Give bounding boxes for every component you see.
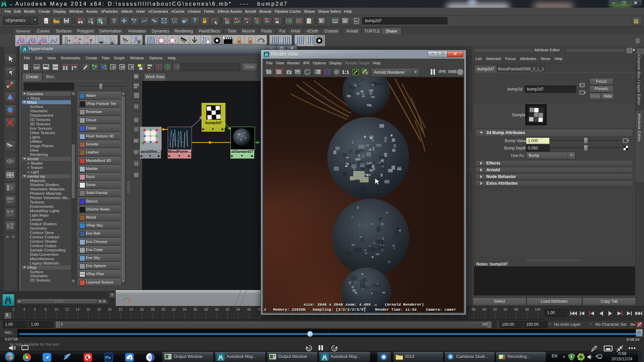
svg-text:x: x [129,299,130,302]
svg-text:IPR: IPR [296,72,300,74]
svg-text:y: y [124,294,125,297]
svg-text:10: 10 [333,347,336,350]
svg-text:MAYA: MAYA [5,303,10,305]
svg-text:Ia: Ia [355,19,358,23]
svg-text:Ps: Ps [105,355,111,360]
svg-text:S: S [149,355,151,360]
svg-text:IPR: IPR [343,20,347,23]
svg-text:10: 10 [307,347,310,350]
